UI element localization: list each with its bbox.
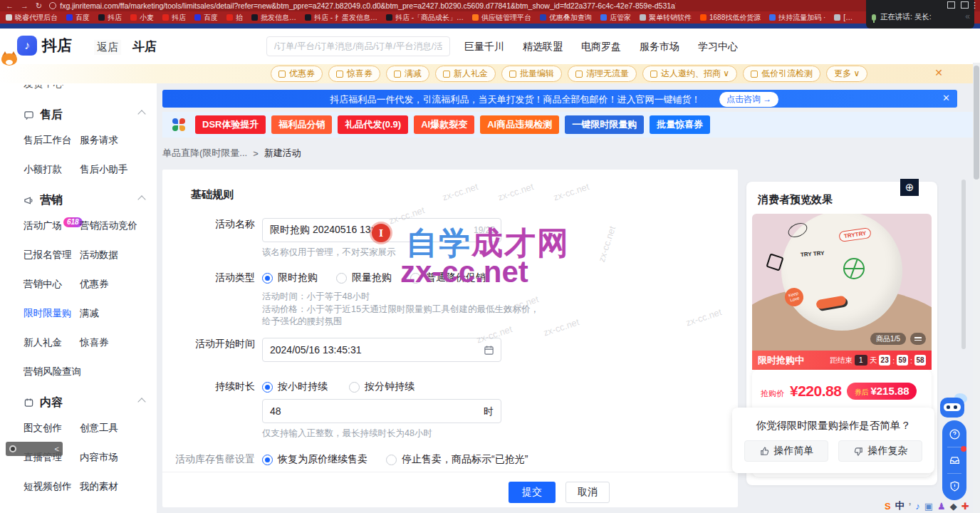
sidebar-section-aftersale[interactable]: 售后 [24,108,145,123]
sidebar-item[interactable]: 我的素材 [80,480,157,493]
global-search-input[interactable] [266,36,450,56]
sidebar-item[interactable]: 营销风险查询 [24,366,80,378]
radio-icon[interactable] [386,455,397,465]
maximize-icon[interactable] [961,1,969,9]
promo-pill[interactable]: 更多 ∨ [826,66,867,82]
survey-hard-button[interactable]: 操作复杂 [838,440,922,462]
bookmark-item[interactable]: 扶持流量加码 · [769,13,825,23]
ad-banner-cta-button[interactable]: 点击咨询 → [719,92,778,107]
promo-pill[interactable]: 低价引流检测 [743,66,820,82]
sidebar-item[interactable]: 活动广场618 [24,219,80,232]
sidebar-section-content[interactable]: 内容 [24,395,145,410]
bookmark-item[interactable]: 1688找低价货源 [700,13,761,23]
reload-icon[interactable]: ↻ [36,1,42,11]
tool-button[interactable]: AI商品违规检测 [480,115,559,134]
radio-option[interactable]: 限时抢购 [262,271,318,284]
radio-option[interactable]: 停止售卖，商品标示“已抢光” [386,453,528,466]
promo-close-icon[interactable]: ✕ [934,67,943,78]
sidebar-item[interactable]: 内容市场 [80,451,157,464]
sidebar-item[interactable]: 优惠券 [80,278,157,291]
feedback-inbox-icon[interactable] [949,454,961,466]
ime-icon[interactable]: 中 [895,499,905,512]
header-nav-link[interactable]: 学习中心 [698,41,738,53]
sidebar-section-marketing[interactable]: 营销 [24,193,145,208]
address-bar[interactable]: fxg.jinritemai.com/ffa/marketing/tools/l… [49,1,676,10]
radio-icon[interactable] [262,382,273,393]
bookmark-item[interactable]: 百度 [194,13,218,23]
sidebar-item[interactable]: 图文创作 [24,422,80,435]
browser-menu-icon[interactable]: ⋮ [971,1,979,10]
tool-button[interactable]: 一键限时限量购 [565,115,644,134]
promo-pill[interactable]: 清理无流量 [568,66,637,82]
bookmark-item[interactable]: 店管家 [600,13,631,23]
radio-option[interactable]: 普通降价促销 [410,271,486,284]
bookmark-item[interactable]: 抖店 -「商品成长」… [386,13,464,23]
sidebar-item[interactable]: 营销活动竞价 [80,219,157,232]
ime-icon[interactable]: ◆ [950,501,957,512]
minimize-icon[interactable] [947,1,955,9]
sidebar-item[interactable]: 新人礼金 [24,336,80,349]
radio-option[interactable]: 按分钟持续 [349,380,415,393]
promo-pill[interactable]: 达人邀约、招商 ∨ [642,66,737,82]
ime-icon[interactable]: ♟ [937,501,946,512]
promo-pill[interactable]: 新人礼金 [435,66,496,82]
help-icon[interactable] [949,428,961,440]
sidebar-item[interactable]: 小额打款 [24,163,80,176]
sidebar-item[interactable]: 满减 [80,307,157,320]
header-nav-link[interactable]: 电商罗盘 [581,41,621,53]
promo-pill[interactable]: 惊喜券 [328,66,380,82]
tool-button[interactable]: 福利品分销 [271,115,332,134]
promo-pill[interactable]: 满减 [386,66,429,82]
radio-option[interactable]: 按小时持续 [262,380,328,393]
promo-pill[interactable]: 批量编辑 [501,66,562,82]
recorder-collapse-icon[interactable]: < [55,445,59,453]
survey-easy-button[interactable]: 操作简单 [744,440,828,462]
header-nav-link[interactable]: 巨量千川 [464,41,504,53]
url-text[interactable]: fxg.jinritemai.com/ffa/marketing/tools/l… [60,1,676,10]
start-time-input[interactable] [263,338,501,361]
ime-icon[interactable]: S [885,501,891,512]
sidebar-item[interactable]: 售后小助手 [80,163,157,176]
tool-button[interactable]: 批量惊喜券 [650,115,710,134]
bookmark-item[interactable]: 供应链管理平台 [472,13,531,23]
recorder-overlay-pill[interactable]: < [6,442,63,456]
radio-icon[interactable] [349,382,360,393]
image-list-toggle-icon[interactable] [910,333,926,345]
bookmark-item[interactable]: 批发信息… [251,13,296,23]
radio-option[interactable]: 恢复为原价继续售卖 [262,453,368,466]
radio-icon[interactable] [262,273,273,284]
bookmark-item[interactable]: 抬 [226,13,243,23]
submit-button[interactable]: 提交 [509,482,556,503]
assistant-robot-avatar[interactable] [940,396,966,419]
sidebar-item[interactable]: 创意工具 [80,422,157,435]
tool-button[interactable]: 礼品代发(0.9) [338,115,408,134]
ime-icon[interactable]: ▣ [924,501,933,512]
ime-icon[interactable]: ♪ [915,501,920,512]
promo-pill[interactable]: 优惠券 [271,66,323,82]
forward-icon[interactable]: → [21,1,28,10]
bookmark-item[interactable]: 百度 [66,13,90,23]
sidebar-item[interactable]: 惊喜券 [80,336,157,349]
radio-option[interactable]: 限量抢购 [336,271,392,284]
panel-scrollbar-thumb[interactable] [961,180,966,349]
bookmark-item[interactable]: 抖店 [98,13,122,23]
chevron-up-icon[interactable] [137,398,145,405]
cancel-button[interactable]: 取消 [565,482,610,503]
radio-icon[interactable] [336,273,347,284]
sidebar-item[interactable]: 限时限量购 [24,307,80,320]
sidebar-item[interactable]: 活动数据 [80,249,157,261]
back-to-shop-link[interactable]: 返店 [94,40,121,55]
radio-icon[interactable] [262,455,273,465]
chevron-up-icon[interactable] [137,110,145,118]
header-nav-link[interactable]: 服务市场 [640,41,679,53]
doudian-logo[interactable]: ♪ 抖店 [17,36,72,56]
bookmark-item[interactable]: 聚单转销软件 [640,13,692,23]
bookmark-item[interactable]: 小麦 [130,13,154,23]
sidebar-item[interactable]: 短视频创作 [24,480,80,493]
bookmark-item[interactable]: 抖店 - 扌蛋发信息… [305,13,377,23]
sidebar-item[interactable]: 已报名管理 [24,249,80,261]
ime-icon[interactable]: ✚ [961,501,969,512]
header-nav-link[interactable]: 精选联盟 [523,41,563,53]
bookmark-item[interactable]: 抖店 [162,13,186,23]
ad-banner-close-icon[interactable]: ✕ [942,93,950,103]
